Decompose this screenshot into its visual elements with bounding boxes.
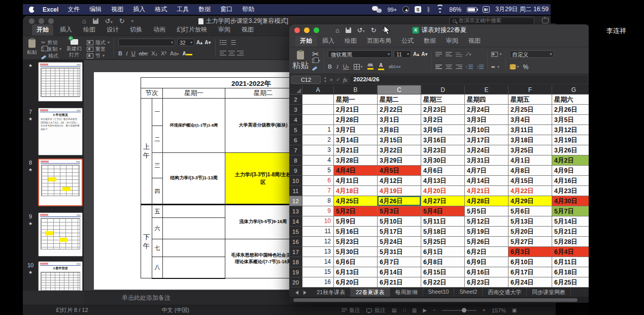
cell-C18[interactable]: 6月7日	[378, 257, 421, 267]
font-size-select[interactable]: 11	[394, 50, 411, 58]
cell-G10[interactable]: 4月16日	[552, 176, 589, 186]
cell-D6[interactable]: 3月16日	[421, 135, 465, 145]
cell-B8[interactable]: 3月28日	[334, 155, 378, 166]
column-header-A[interactable]: A	[302, 85, 334, 94]
zoom-in-button[interactable]: +	[483, 307, 486, 313]
cell-G2[interactable]: 星期六	[552, 94, 589, 105]
ppt-tab-审阅[interactable]: 审阅	[214, 24, 235, 36]
cell-A7[interactable]: 3	[302, 145, 334, 155]
share-icon[interactable]	[542, 18, 549, 23]
sheet-tab-同步课堂网教[interactable]: 同步课堂网教	[527, 288, 571, 298]
cell-C8[interactable]: 3月29日	[378, 155, 421, 166]
row-header-7[interactable]: 7	[289, 145, 302, 155]
sheet-tab-Sheet2[interactable]: Sheet2	[454, 288, 483, 298]
cell-F5[interactable]: 3月11日	[509, 125, 552, 135]
cell-F15[interactable]: 5月20日	[509, 227, 552, 237]
increase-indent-icon[interactable]	[477, 65, 484, 70]
cell-D5[interactable]: 3月9日	[421, 125, 465, 135]
row-header-19[interactable]: 19	[289, 267, 302, 277]
cell-A12[interactable]: 8	[302, 196, 334, 206]
fill-color-button[interactable]	[367, 64, 374, 70]
row-header-17[interactable]: 17	[289, 247, 302, 257]
column-header-C[interactable]: C	[378, 85, 421, 94]
horizontal-scrollbar[interactable]	[289, 297, 590, 303]
cell-C2[interactable]: 星期二	[378, 94, 421, 105]
cell-G12[interactable]: 4月30日	[552, 196, 589, 206]
cell-G15[interactable]: 5月21日	[552, 227, 589, 237]
cell-A6[interactable]: 2	[302, 135, 334, 145]
excel-copy-button[interactable]: ▾	[312, 57, 320, 64]
column-header-D[interactable]: D	[421, 85, 465, 94]
slideshow-button[interactable]: ▶	[423, 307, 427, 313]
cell-D16[interactable]: 5月25日	[421, 237, 465, 247]
cell-G16[interactable]: 5月28日	[552, 237, 589, 247]
apple-menu-icon[interactable]	[29, 7, 35, 13]
cell-C4[interactable]: 3月1日	[378, 115, 421, 125]
menubar-menu-文件[interactable]: 文件	[67, 5, 80, 14]
home-icon[interactable]: ⌂	[335, 27, 340, 34]
cell-C3[interactable]: 2月22日	[378, 105, 421, 115]
excel-tab-插入[interactable]: 插入	[318, 36, 339, 47]
cell-E5[interactable]: 3月10日	[465, 125, 509, 135]
highlight-color-button[interactable]: A	[182, 50, 192, 56]
cell-F19[interactable]: 6月17日	[509, 267, 552, 277]
comments-toggle[interactable]: 批注	[366, 306, 386, 314]
excel-tab-绘图[interactable]: 绘图	[340, 36, 361, 47]
redo-icon[interactable]: ↻	[119, 18, 125, 24]
cell-A2[interactable]	[302, 94, 334, 105]
column-header-G[interactable]: G	[552, 85, 589, 94]
align-bottom-icon[interactable]	[456, 52, 462, 57]
subscript-button[interactable]: X₂	[151, 50, 157, 56]
excel-cut-button[interactable]: ✂	[312, 51, 320, 57]
wifi-icon[interactable]	[436, 7, 444, 12]
cell-D18[interactable]: 6月8日	[421, 257, 465, 267]
cell-C14[interactable]: 5月10日	[378, 216, 421, 227]
sheet-nav-right-icon[interactable]	[303, 291, 307, 295]
save-icon[interactable]	[93, 18, 98, 24]
cell-B5[interactable]: 3月7日	[334, 125, 378, 135]
cell-C10[interactable]: 4月12日	[378, 176, 421, 186]
ppt-new-slide-button[interactable]: 新建幻灯片	[65, 38, 83, 58]
ppt-tab-设计[interactable]: 设计	[102, 24, 123, 36]
cell-B16[interactable]: 5月23日	[334, 237, 378, 247]
excel-tab-公式[interactable]: 公式	[397, 36, 418, 47]
sheet-tab-21秋冬课表[interactable]: 21秋冬课表	[312, 288, 351, 298]
borders-button[interactable]: ▾	[354, 64, 363, 70]
cell-E11[interactable]: 4月21日	[465, 186, 509, 196]
battery-icon[interactable]	[467, 7, 477, 12]
cell-A10[interactable]: 6	[302, 176, 334, 186]
zoom-out-button[interactable]: −	[433, 307, 436, 313]
cell-A17[interactable]: 13	[302, 247, 334, 257]
menubar-menu-视图[interactable]: 视图	[111, 5, 123, 14]
ppt-font-name-select[interactable]	[118, 39, 175, 46]
cell-A11[interactable]: 7	[302, 186, 334, 196]
cell-C11[interactable]: 4月19日	[378, 186, 421, 196]
cell-E16[interactable]: 5月26日	[465, 237, 509, 247]
excel-tab-审阅[interactable]: 审阅	[442, 36, 463, 47]
cell-D3[interactable]: 2月23日	[421, 105, 465, 115]
cell-A14[interactable]: 10	[302, 216, 334, 227]
merge-center-button[interactable]: ⬌▾	[491, 64, 502, 70]
sheet-nav-left-icon[interactable]	[295, 291, 298, 295]
ppt-format-painter-button[interactable]: 格式	[41, 52, 61, 59]
reading-view-button[interactable]: ▥	[412, 307, 417, 313]
cell-C9[interactable]: 4月5日	[378, 166, 421, 176]
slide-thumbnail[interactable]: 3.教学安排	[38, 261, 83, 291]
column-header-F[interactable]: F	[509, 85, 552, 94]
row-header-12[interactable]: 12	[289, 196, 302, 206]
cell-F14[interactable]: 5月13日	[509, 216, 552, 227]
slide-thumbnail[interactable]: 2.学生情况本学期开设《土力学》教学的班级为2020级土木工程1、2班，共计12…	[38, 108, 83, 155]
cell-F12[interactable]: 4月29日	[509, 196, 552, 206]
ppt-tab-视图[interactable]: 视图	[237, 24, 258, 36]
underline-button[interactable]: U	[131, 50, 135, 56]
cell-B6[interactable]: 3月14日	[334, 135, 378, 145]
cell-B3[interactable]: 2月21日	[334, 105, 378, 115]
cell-D2[interactable]: 星期三	[421, 94, 465, 105]
cell-B12[interactable]: 4月25日	[334, 196, 378, 206]
cell-E18[interactable]: 6月9日	[465, 257, 509, 267]
italic-button[interactable]: I	[336, 64, 338, 70]
excel-tab-页面布局[interactable]: 页面布局	[362, 36, 396, 47]
cell-B10[interactable]: 4月11日	[334, 176, 378, 186]
cell-A3[interactable]	[302, 105, 334, 115]
cell-F4[interactable]: 3月4日	[509, 115, 552, 125]
